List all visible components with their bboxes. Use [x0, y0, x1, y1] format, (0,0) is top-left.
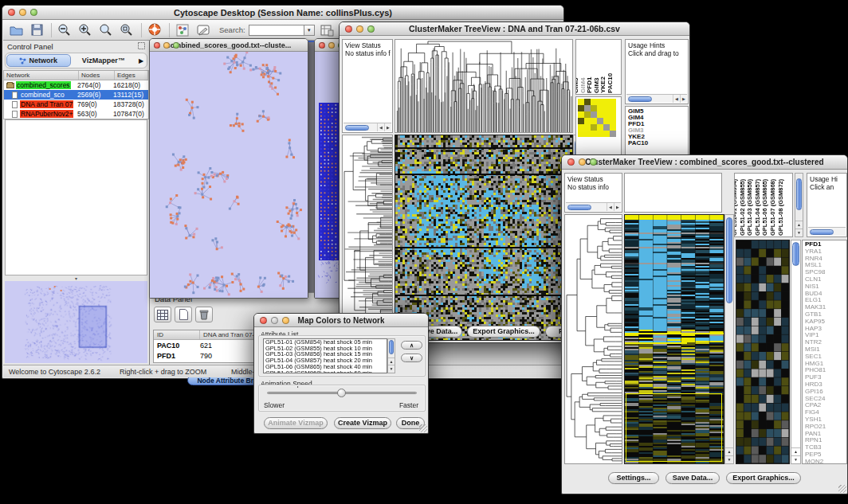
window-controls[interactable]	[345, 25, 375, 33]
network-view-window[interactable]: combined_scores_good.txt--cluste...	[149, 38, 308, 299]
scroll-left-arrow-icon[interactable]: ◀	[673, 95, 680, 103]
network-view-titlebar[interactable]: combined_scores_good.txt--cluste...	[150, 39, 308, 52]
heatmap-canvas[interactable]	[395, 135, 572, 340]
main-titlebar[interactable]: Cytoscape Desktop (Session Name: collins…	[2, 6, 563, 20]
scroll-down-arrow-icon[interactable]: ▼	[791, 455, 800, 463]
open-file-icon[interactable]	[8, 22, 24, 38]
button-export-graphics[interactable]: Export Graphics...	[726, 472, 801, 484]
attribute-list-item[interactable]: GPL51-07 (GSM868) heat shock 60 min	[264, 370, 387, 373]
scroll-down-arrow-icon[interactable]: ▼	[388, 365, 395, 373]
zoom-fit-icon[interactable]	[98, 22, 114, 38]
network-table-row[interactable]: combined_sco2569(6)13112(15)	[4, 90, 148, 100]
button-animate-vizmap[interactable]: Animate Vizmap	[264, 417, 328, 429]
tab-vizmapper[interactable]: VizMapper™	[73, 54, 135, 67]
button-save-data[interactable]: Save Data...	[665, 472, 720, 484]
attribute-list-vscrollbar[interactable]: ▲ ▼	[387, 338, 395, 373]
scrollbar-thumb[interactable]	[389, 340, 394, 354]
minimize-button[interactable]	[19, 9, 26, 16]
tv2-collabel-vscrollbar[interactable]: ▲ ▼	[795, 173, 803, 237]
zoom-button[interactable]	[367, 25, 375, 33]
select-attributes-icon[interactable]	[154, 307, 171, 322]
scrollbar-thumb[interactable]	[792, 242, 799, 266]
move-down-button[interactable]: ∨	[401, 354, 422, 362]
treeview2-titlebar[interactable]: ClusterMaker TreeView : combined_scores_…	[562, 155, 847, 170]
zoom-heatmap-canvas[interactable]	[736, 240, 789, 463]
scrollbar-thumb[interactable]	[726, 217, 732, 303]
map-colors-dialog[interactable]: Map Colors to Network Attribute List GPL…	[253, 313, 429, 434]
button-create-vizmap[interactable]: Create Vizmap	[334, 417, 391, 429]
slider-thumb[interactable]	[337, 389, 346, 397]
tv2-gene-vscrollbar[interactable]: ▲ ▼	[791, 240, 801, 464]
zoom-out-icon[interactable]	[57, 22, 73, 38]
scroll-down-arrow-icon[interactable]: ▼	[795, 229, 803, 236]
close-button[interactable]	[8, 9, 15, 16]
tv1-heatmap[interactable]	[395, 135, 573, 341]
scroll-up-arrow-icon[interactable]: ▲	[725, 447, 733, 455]
close-button[interactable]	[345, 25, 352, 33]
network-table-row[interactable]: DNA and Tran 07769(0)183728(0)	[4, 100, 148, 109]
minimize-button[interactable]	[328, 42, 335, 49]
treeview1-titlebar[interactable]: ClusterMaker TreeView : DNA and Tran 07-…	[340, 22, 689, 36]
mini-hscrollbar[interactable]: ◀▶	[626, 94, 687, 103]
button-settings[interactable]: Settings...	[608, 472, 659, 484]
close-button[interactable]	[260, 317, 267, 324]
tv1-column-dendrogram-panel[interactable]	[395, 39, 573, 133]
vizmapper-icon[interactable]	[175, 22, 190, 38]
move-up-button[interactable]: ∧	[401, 341, 422, 350]
dialog-titlebar[interactable]: Map Colors to Network	[254, 314, 428, 327]
window-controls[interactable]	[567, 158, 597, 166]
tv2-column-dendrogram-panel[interactable]	[624, 173, 722, 213]
tv2-heatmap[interactable]	[624, 214, 724, 464]
scroll-left-arrow-icon[interactable]: ◀	[377, 123, 384, 131]
close-button[interactable]	[154, 42, 160, 49]
tv1-row-dendrogram-panel[interactable]	[342, 135, 393, 341]
button-export-graphics[interactable]: Export Graphics...	[467, 326, 540, 338]
scrollbar-thumb[interactable]	[628, 96, 652, 102]
network-table-row[interactable]: RNAPuberNov2+563(0)107847(0)	[4, 109, 148, 119]
scroll-left-arrow-icon[interactable]: ◀	[607, 203, 614, 211]
close-button[interactable]	[319, 42, 325, 49]
tv2-zoom-heatmap[interactable]	[736, 240, 790, 464]
heatmap-canvas[interactable]	[625, 215, 724, 463]
column-dendrogram-canvas[interactable]	[395, 40, 572, 132]
search-dropdown-arrow[interactable]: ▼	[304, 25, 315, 36]
scrollbar-thumb[interactable]	[796, 178, 802, 210]
zoom-button[interactable]	[590, 158, 597, 166]
more-tabs-arrow-icon[interactable]: ▶	[135, 57, 147, 64]
minimize-button[interactable]	[579, 158, 586, 166]
zoom-selected-icon[interactable]	[119, 22, 135, 38]
scrollbar-thumb[interactable]	[345, 125, 369, 131]
close-button[interactable]	[567, 158, 575, 166]
float-panel-icon[interactable]	[138, 42, 145, 51]
minimize-button[interactable]	[356, 25, 363, 33]
minimize-button[interactable]	[271, 317, 278, 324]
annotation-icon[interactable]	[195, 22, 211, 38]
scroll-right-arrow-icon[interactable]: ▶	[614, 203, 621, 211]
window-controls[interactable]	[260, 317, 289, 324]
attribute-list[interactable]: GPL51-01 (GSM854) heat shock 05 minGPL51…	[263, 338, 387, 373]
help-lifering-icon[interactable]	[147, 22, 163, 38]
scroll-right-arrow-icon[interactable]: ▶	[680, 95, 687, 103]
scroll-up-arrow-icon[interactable]: ▲	[795, 221, 803, 229]
tv2-vscrollbar[interactable]: ▲ ▼	[724, 214, 734, 464]
scrollbar-thumb[interactable]	[567, 205, 591, 210]
window-controls[interactable]	[8, 9, 37, 16]
scroll-down-arrow-icon[interactable]: ▼	[725, 455, 733, 463]
row-dendrogram-canvas[interactable]	[343, 135, 392, 340]
zoom-button[interactable]	[30, 9, 37, 16]
save-icon[interactable]	[29, 22, 45, 38]
zoom-button[interactable]	[282, 317, 289, 324]
scroll-right-arrow-icon[interactable]: ▶	[384, 123, 391, 131]
zoom-button[interactable]	[173, 42, 179, 49]
tv2-row-dendrogram-panel[interactable]	[564, 214, 622, 464]
attribute-browser-icon[interactable]	[320, 22, 336, 38]
network-table-row[interactable]: combined_scores2764(0)16218(0)	[4, 80, 148, 90]
network-table-header[interactable]: Network Nodes Edges	[4, 71, 148, 80]
tab-network[interactable]: Network	[6, 54, 71, 67]
similarity-matrix[interactable]	[578, 99, 616, 137]
network-overview-canvas[interactable]	[5, 281, 147, 363]
new-attribute-icon[interactable]	[175, 307, 192, 322]
window-controls[interactable]	[154, 42, 179, 49]
search-input[interactable]	[249, 25, 304, 36]
mini-hscrollbar[interactable]	[808, 227, 846, 236]
